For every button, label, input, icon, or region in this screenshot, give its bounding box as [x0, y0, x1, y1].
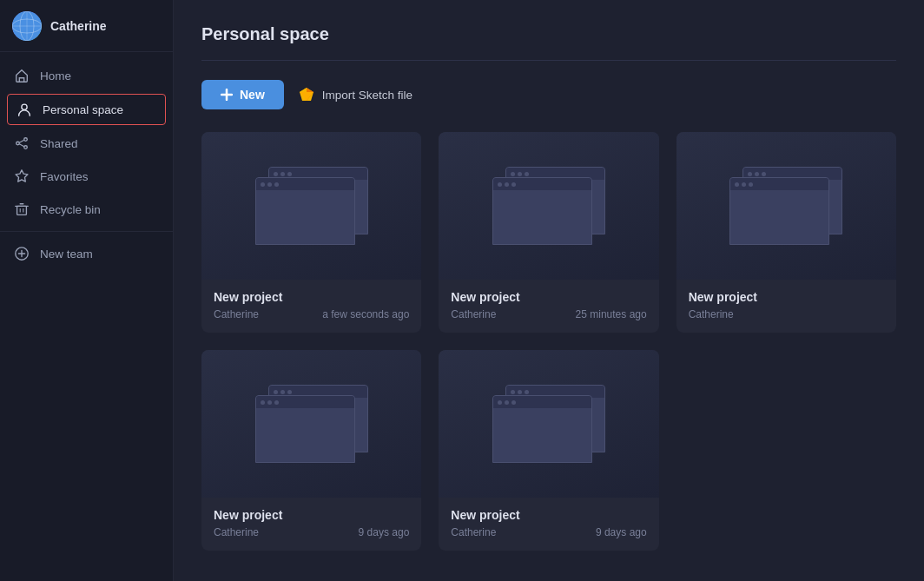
mock-window [492, 385, 605, 463]
toolbar: New Import Sketch file [201, 80, 896, 109]
plus-new-icon [221, 89, 233, 101]
sidebar-item-personal-space[interactable]: Personal space [7, 94, 166, 125]
sidebar-item-favorites[interactable]: Favorites [0, 160, 173, 193]
project-card[interactable]: New project Catherine 9 days ago [201, 350, 421, 551]
mock-window [492, 167, 605, 245]
new-button[interactable]: New [201, 80, 284, 109]
avatar [12, 11, 42, 41]
project-info: New project Catherine 9 days ago [201, 498, 421, 551]
project-owner: Catherine [214, 308, 259, 320]
main-content: Personal space New Import Sketch file [174, 0, 924, 581]
project-meta: Catherine 9 days ago [214, 526, 409, 538]
sidebar: Catherine Home Personal space [0, 0, 174, 581]
project-info: New project Catherine 25 minutes ago [439, 280, 658, 333]
svg-rect-11 [17, 206, 27, 215]
project-name: New project [451, 290, 646, 304]
project-thumbnail [439, 350, 658, 498]
plus-icon [14, 246, 30, 261]
project-owner: Catherine [214, 526, 259, 538]
sidebar-header[interactable]: Catherine [0, 0, 173, 52]
project-info: New project Catherine 9 days ago [439, 498, 658, 551]
sidebar-item-recycle-bin-label: Recycle bin [40, 203, 101, 216]
project-time: 25 minutes ago [576, 308, 647, 320]
project-name: New project [214, 508, 409, 522]
sidebar-item-personal-space-label: Personal space [43, 103, 123, 116]
project-meta: Catherine 9 days ago [451, 526, 646, 538]
project-card[interactable]: New project Catherine a few seconds ago [201, 132, 421, 333]
mock-window [255, 167, 368, 245]
project-name: New project [451, 508, 646, 522]
project-meta: Catherine a few seconds ago [214, 308, 409, 320]
sidebar-nav: Home Personal space Shared [0, 52, 173, 581]
mock-window [255, 385, 368, 463]
projects-grid: New project Catherine a few seconds ago [201, 132, 896, 551]
page-title: Personal space [201, 24, 896, 44]
sidebar-item-shared[interactable]: Shared [0, 127, 173, 160]
project-thumbnail [439, 132, 658, 280]
person-icon [16, 102, 32, 117]
home-icon [14, 68, 30, 83]
import-sketch-button[interactable]: Import Sketch file [298, 86, 412, 103]
project-card[interactable]: New project Catherine [676, 132, 896, 333]
sidebar-divider [0, 231, 173, 232]
sketch-icon [298, 86, 315, 103]
project-owner: Catherine [451, 308, 496, 320]
project-thumbnail [676, 132, 896, 280]
sidebar-item-home[interactable]: Home [0, 59, 173, 92]
sidebar-item-new-team[interactable]: New team [0, 237, 173, 270]
sidebar-item-recycle-bin[interactable]: Recycle bin [0, 193, 173, 226]
svg-point-5 [22, 104, 27, 109]
star-icon [14, 168, 30, 184]
sidebar-item-home-label: Home [40, 69, 71, 83]
divider [201, 60, 896, 61]
sidebar-item-shared-label: Shared [40, 137, 78, 150]
sidebar-item-favorites-label: Favorites [40, 170, 89, 183]
project-time: 9 days ago [596, 526, 647, 538]
sidebar-username: Catherine [50, 19, 107, 33]
project-owner: Catherine [689, 308, 734, 320]
project-meta: Catherine [689, 308, 884, 320]
svg-line-9 [19, 144, 23, 147]
svg-point-8 [16, 142, 20, 145]
share-icon [14, 135, 30, 151]
sidebar-new-team-label: New team [40, 248, 93, 261]
project-owner: Catherine [451, 526, 496, 538]
project-name: New project [214, 290, 409, 304]
trash-icon [14, 201, 30, 217]
project-time: a few seconds ago [322, 308, 409, 320]
project-card[interactable]: New project Catherine 9 days ago [439, 350, 658, 551]
svg-point-7 [24, 146, 28, 149]
project-thumbnail [201, 350, 421, 498]
svg-point-6 [24, 138, 28, 142]
project-info: New project Catherine a few seconds ago [201, 280, 421, 333]
svg-line-10 [19, 140, 23, 142]
project-info: New project Catherine [676, 280, 896, 333]
mock-window [729, 167, 842, 245]
project-meta: Catherine 25 minutes ago [451, 308, 646, 320]
project-thumbnail [201, 132, 421, 280]
project-time: 9 days ago [359, 526, 410, 538]
project-name: New project [689, 290, 884, 304]
project-card[interactable]: New project Catherine 25 minutes ago [439, 132, 658, 333]
